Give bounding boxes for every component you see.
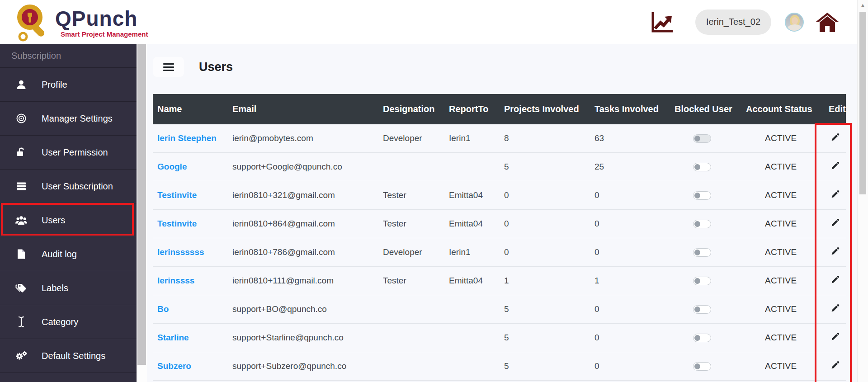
user-name-link[interactable]: Google (157, 162, 187, 171)
edit-pencil-icon[interactable] (829, 220, 840, 229)
user-tasks-count: 0 (594, 333, 675, 343)
sidebar-item-audit-log[interactable]: Audit log (0, 237, 137, 271)
sidebar-item-users[interactable]: Users (0, 203, 137, 237)
edit-pencil-icon[interactable] (829, 163, 840, 172)
sidebar-item-user-subscription[interactable]: User Subscription (0, 170, 137, 203)
sidebar-item-label: Profile (42, 80, 67, 90)
app-subtitle: Smart Project Management (61, 30, 148, 38)
toggle-knob (694, 136, 700, 141)
edit-pencil-icon[interactable] (829, 305, 840, 315)
user-projects-count: 8 (504, 133, 594, 143)
blocked-user-toggle[interactable] (693, 277, 711, 285)
edit-pencil-icon[interactable] (829, 134, 840, 144)
text-cursor-icon (14, 316, 28, 328)
blocked-user-toggle[interactable] (693, 305, 711, 314)
column-header-account-status: Account Status (746, 104, 829, 114)
user-name-link[interactable]: Ierinssss (157, 276, 194, 285)
page-scrollbar-thumb[interactable] (859, 12, 866, 194)
sidebar-item-label: Manager Settings (42, 113, 113, 124)
user-name-link[interactable]: Bo (157, 304, 169, 314)
user-report-to: Ierin1 (449, 247, 504, 257)
sidebar-item-labels[interactable]: Labels (0, 271, 137, 305)
user-email: support+Starline@qpunch.co (232, 333, 383, 343)
toggle-knob (694, 164, 700, 170)
user-name-link[interactable]: Ierinssssss (157, 247, 204, 257)
edit-pencil-icon[interactable] (829, 334, 840, 343)
edit-pencil-icon[interactable] (829, 277, 840, 286)
user-email: ierin0810+786@gmail.com (232, 247, 383, 257)
toggle-knob (694, 193, 700, 198)
home-icon[interactable] (816, 12, 839, 33)
user-designation: Tester (383, 219, 449, 229)
avatar-body (788, 24, 802, 32)
user-name-link[interactable]: Subzero (157, 361, 191, 371)
user-icon (14, 79, 28, 90)
sidebar-item-profile[interactable]: Profile (0, 68, 137, 102)
file-icon (14, 248, 28, 260)
sidebar-item-label: Default Settings (42, 351, 105, 361)
sidebar-item-category[interactable]: Category (0, 305, 137, 339)
app-logo: QPunch Smart Project Management (14, 2, 148, 42)
user-report-to: Emitta04 (449, 276, 504, 286)
sidebar-item-label: Users (42, 215, 65, 226)
blocked-user-toggle[interactable] (693, 362, 711, 371)
page-scrollbar[interactable]: ▲ (857, 0, 868, 382)
table-row: Testinviteierin0810+321@gmail.comTesterE… (153, 181, 846, 210)
chart-line-icon[interactable] (651, 11, 674, 33)
blocked-user-toggle[interactable] (693, 163, 711, 171)
toggle-knob (694, 363, 700, 369)
user-projects-count: 0 (504, 219, 594, 229)
account-status: ACTIVE (746, 304, 829, 314)
edit-pencil-icon[interactable] (829, 362, 840, 372)
account-status: ACTIVE (746, 190, 829, 200)
blocked-user-toggle[interactable] (693, 248, 711, 257)
user-tasks-count: 0 (594, 304, 675, 314)
user-designation: Developer (383, 133, 449, 143)
user-name-link[interactable]: Testinvite (157, 190, 197, 200)
table-header-row: NameEmailDesignationReportToProjects Inv… (153, 94, 846, 124)
user-tasks-count: 25 (594, 162, 675, 172)
table-row: Ierin Steephenierin@pmobytes.comDevelope… (153, 124, 846, 153)
user-avatar[interactable] (785, 13, 804, 32)
tags-icon (14, 282, 28, 294)
disc-icon (14, 113, 28, 124)
table-row: Subzerosupport+Subzero@qpunch.co50ACTIVE (153, 352, 846, 381)
blocked-user-toggle[interactable] (693, 220, 711, 228)
sidebar-scrollbar[interactable] (137, 44, 147, 382)
user-name-link[interactable]: Testinvite (157, 219, 197, 228)
blocked-user-toggle[interactable] (693, 134, 711, 143)
sidebar-item-default-settings[interactable]: Default Settings (0, 339, 137, 373)
menu-toggle-button[interactable] (153, 57, 184, 77)
account-status: ACTIVE (746, 276, 829, 286)
sidebar-item-label: Labels (42, 283, 68, 293)
sidebar-scrollbar-thumb[interactable] (137, 44, 146, 365)
user-email: ierin0810+864@gmail.com (232, 219, 383, 229)
user-report-to: Emitta04 (449, 219, 504, 229)
account-status: ACTIVE (746, 361, 829, 371)
sidebar-section-subscription: Subscription (0, 44, 137, 68)
user-tasks-count: 0 (594, 247, 675, 257)
workspace-label: Ierin_Test_02 (706, 17, 760, 27)
blocked-user-toggle[interactable] (693, 334, 711, 342)
workspace-pill[interactable]: Ierin_Test_02 (695, 9, 771, 35)
server-icon (14, 180, 28, 192)
user-report-to: Ierin1 (449, 133, 504, 143)
magnifier-wrench-logo-icon (14, 2, 53, 42)
user-email: support+Google@qpunch.co (232, 162, 383, 172)
scrollbar-up-arrow-icon[interactable]: ▲ (858, 3, 868, 8)
user-tasks-count: 0 (594, 219, 675, 229)
column-header-edit: Edit (829, 104, 846, 114)
user-email: ierin@pmobytes.com (232, 133, 383, 143)
blocked-user-toggle[interactable] (693, 191, 711, 200)
user-name-link[interactable]: Starline (157, 333, 189, 342)
sidebar-item-manager-settings[interactable]: Manager Settings (0, 102, 137, 136)
toggle-knob (694, 307, 700, 312)
user-name-link[interactable]: Ierin Steephen (157, 133, 217, 143)
toggle-knob (694, 278, 700, 284)
edit-pencil-icon[interactable] (829, 191, 840, 201)
sidebar-item-user-permission[interactable]: User Permission (0, 136, 137, 170)
user-email: ierin0810+111@gmail.com (232, 276, 383, 286)
sidebar-item-label: User Permission (42, 147, 108, 158)
edit-pencil-icon[interactable] (829, 248, 840, 258)
account-status: ACTIVE (746, 333, 829, 343)
